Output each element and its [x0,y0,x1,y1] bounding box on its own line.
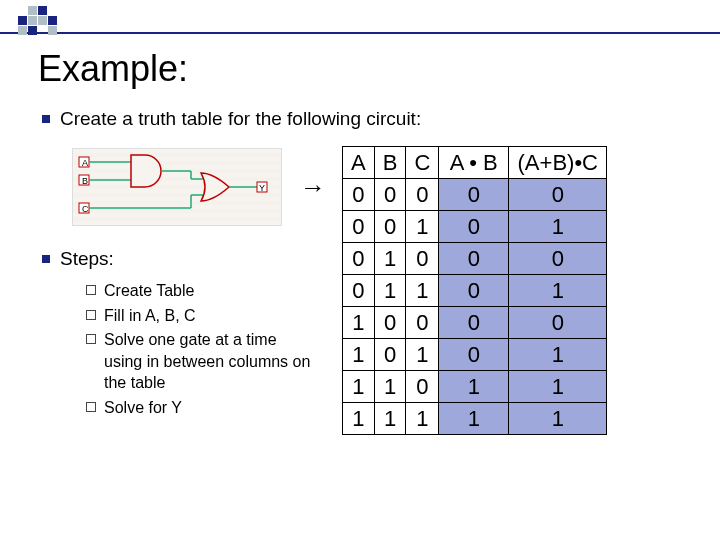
table-cell: 0 [439,179,509,211]
hollow-square-icon [86,285,96,295]
subtitle-text: Create a truth table for the following c… [60,108,421,130]
table-cell: 1 [439,371,509,403]
table-row: 10101 [343,339,607,371]
step-text: Solve one gate at a time using in betwee… [104,329,316,394]
table-row: 10000 [343,307,607,339]
table-row: 11111 [343,403,607,435]
table-cell: 0 [439,275,509,307]
table-cell: 1 [406,211,439,243]
table-cell: 0 [343,275,375,307]
subtitle-row: Create a truth table for the following c… [42,108,421,130]
step-text: Solve for Y [104,397,182,419]
table-cell: 0 [374,339,406,371]
table-cell: 0 [343,211,375,243]
table-cell: 1 [374,403,406,435]
table-cell: 0 [439,307,509,339]
table-row: 01000 [343,243,607,275]
step-item: Fill in A, B, C [86,305,316,327]
table-row: 11011 [343,371,607,403]
table-cell: 0 [439,211,509,243]
th-ab: A • B [439,147,509,179]
table-cell: 1 [374,275,406,307]
input-b-label: B [82,176,88,186]
table-cell: 1 [509,371,607,403]
hollow-square-icon [86,334,96,344]
step-text: Fill in A, B, C [104,305,196,327]
table-cell: 0 [509,179,607,211]
steps-list: Create Table Fill in A, B, C Solve one g… [86,280,316,422]
table-cell: 1 [343,371,375,403]
table-row: 01101 [343,275,607,307]
input-c-label: C [82,204,89,214]
step-item: Create Table [86,280,316,302]
truth-table: A B C A • B (A+B)•C 00000001010100001101… [342,146,607,435]
th-a: A [343,147,375,179]
table-cell: 1 [343,403,375,435]
table-cell: 1 [439,403,509,435]
steps-header-row: Steps: [42,248,114,270]
slide-title: Example: [38,48,188,90]
arrow-icon: → [300,172,326,203]
table-header-row: A B C A • B (A+B)•C [343,147,607,179]
bullet-square-icon [42,115,50,123]
circuit-diagram: A B C Y [72,148,282,226]
hollow-square-icon [86,402,96,412]
step-item: Solve for Y [86,397,316,419]
header-divider [0,0,720,34]
table-cell: 0 [406,179,439,211]
table-cell: 1 [374,243,406,275]
steps-header-text: Steps: [60,248,114,270]
table-cell: 0 [439,243,509,275]
table-cell: 1 [343,307,375,339]
th-b: B [374,147,406,179]
table-cell: 1 [406,403,439,435]
table-cell: 0 [406,307,439,339]
step-text: Create Table [104,280,194,302]
table-cell: 0 [343,243,375,275]
circuit-svg [73,149,283,227]
th-abc: (A+B)•C [509,147,607,179]
table-body: 0000000101010000110110000101011101111111 [343,179,607,435]
table-cell: 0 [374,211,406,243]
table-cell: 1 [509,339,607,371]
th-c: C [406,147,439,179]
table-row: 00101 [343,211,607,243]
table-cell: 0 [509,243,607,275]
output-y-label: Y [259,183,265,193]
table-cell: 0 [406,243,439,275]
bullet-square-icon [42,255,50,263]
table-cell: 0 [406,371,439,403]
table-cell: 1 [509,275,607,307]
table-cell: 0 [343,179,375,211]
input-a-label: A [82,158,88,168]
table-row: 00000 [343,179,607,211]
table-cell: 0 [439,339,509,371]
table-cell: 0 [374,179,406,211]
table-cell: 1 [374,371,406,403]
table-cell: 1 [509,403,607,435]
hollow-square-icon [86,310,96,320]
table-cell: 1 [343,339,375,371]
table-cell: 0 [374,307,406,339]
step-item: Solve one gate at a time using in betwee… [86,329,316,394]
table-cell: 1 [406,275,439,307]
table-cell: 1 [509,211,607,243]
deco-squares [18,6,57,35]
table-cell: 1 [406,339,439,371]
table-cell: 0 [509,307,607,339]
